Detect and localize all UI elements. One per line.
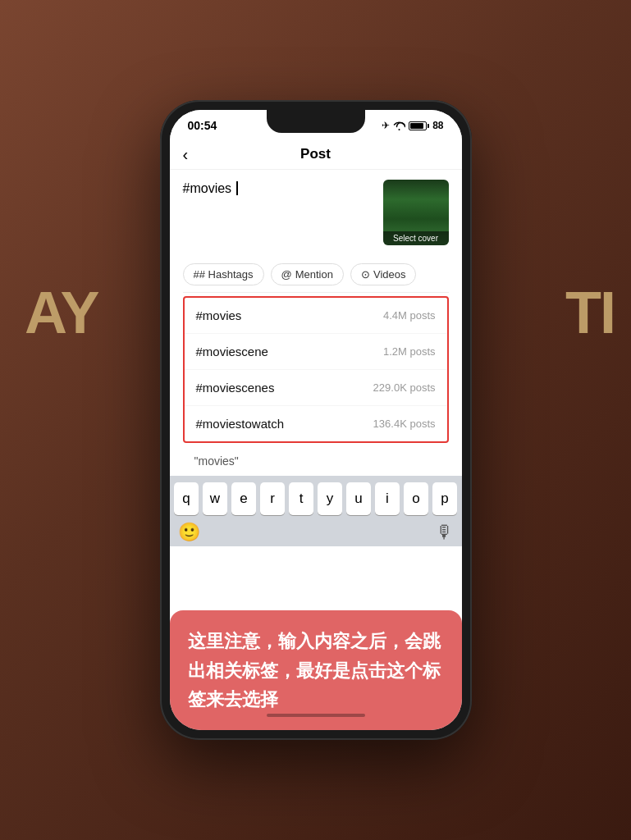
suggestion-item-1[interactable]: #movies 4.4M posts — [185, 298, 447, 334]
suggestions-list: #movies 4.4M posts #moviescene 1.2M post… — [183, 296, 449, 443]
search-fallback[interactable]: "movies" — [183, 446, 449, 476]
back-button[interactable]: ‹ — [183, 145, 189, 164]
hashtags-button[interactable]: # # Hashtags — [183, 263, 264, 285]
battery-level: 88 — [432, 120, 443, 131]
battery-icon — [409, 121, 429, 130]
key-y[interactable]: y — [318, 482, 342, 515]
suggestion-count-3: 229.0K posts — [373, 381, 436, 394]
keyboard-row-1: q w e r t y u i o p — [173, 482, 459, 515]
key-i[interactable]: i — [375, 482, 400, 515]
mention-label: Mention — [295, 268, 333, 281]
status-time: 00:54 — [188, 119, 217, 132]
key-r[interactable]: r — [260, 482, 285, 515]
suggestion-item-2[interactable]: #moviescene 1.2M posts — [185, 334, 447, 370]
annotation-text: 这里注意，输入内容之后，会跳出相关标签，最好是点击这个标签来去选择 — [188, 631, 441, 709]
select-cover-label[interactable]: Select cover — [383, 231, 449, 245]
mic-icon[interactable]: 🎙 — [436, 522, 454, 543]
videos-button[interactable]: ⊙ Videos — [350, 263, 417, 285]
hashtags-label: # Hashtags — [199, 268, 254, 281]
suggestion-item-3[interactable]: #moviescenes 229.0K posts — [185, 370, 447, 406]
status-icons: ✈ 88 — [382, 120, 443, 131]
airplane-icon: ✈ — [382, 120, 390, 131]
key-w[interactable]: w — [203, 482, 227, 515]
suggestion-item-4[interactable]: #moviestowatch 136.4K posts — [185, 406, 447, 441]
hashtag-icon: # — [194, 268, 199, 281]
key-u[interactable]: u — [346, 482, 371, 515]
keyboard-bottom-bar: 🙂 🎙 — [173, 522, 459, 543]
caption-text[interactable]: #movies — [183, 180, 373, 196]
suggestion-tag-2: #moviescene — [196, 345, 268, 358]
mention-button[interactable]: @ Mention — [271, 263, 344, 285]
videos-label: Videos — [373, 268, 406, 281]
suggestion-tag-1: #movies — [196, 308, 242, 322]
suggestion-count-2: 1.2M posts — [383, 345, 436, 358]
videos-icon: ⊙ — [361, 268, 370, 281]
wifi-icon — [393, 121, 405, 130]
text-cursor — [232, 181, 237, 195]
content-area: #movies Select cover # # Hashtags @ Ment… — [170, 170, 462, 476]
nav-bar: ‹ Post — [170, 139, 462, 170]
phone-screen: 00:54 ✈ 88 ‹ Post — [170, 110, 462, 730]
suggestion-tag-4: #moviestowatch — [196, 417, 285, 431]
caption-row: #movies Select cover — [183, 180, 449, 245]
phone-notch — [267, 110, 365, 133]
mention-icon: @ — [281, 268, 292, 281]
suggestion-count-1: 4.4M posts — [383, 309, 436, 322]
annotation-box: 这里注意，输入内容之后，会跳出相关标签，最好是点击这个标签来去选择 — [170, 610, 462, 730]
tags-row: # # Hashtags @ Mention ⊙ Videos — [183, 255, 449, 293]
suggestion-count-4: 136.4K posts — [373, 418, 436, 430]
key-p[interactable]: p — [432, 482, 457, 515]
suggestion-tag-3: #moviescenes — [196, 381, 275, 395]
key-t[interactable]: t — [289, 482, 313, 515]
key-q[interactable]: q — [174, 482, 199, 515]
key-e[interactable]: e — [231, 482, 256, 515]
keyboard: q w e r t y u i o p 🙂 🎙 — [170, 476, 462, 546]
caption-value: #movies — [183, 181, 232, 195]
shelf-label-left: AY — [25, 279, 98, 346]
emoji-icon[interactable]: 🙂 — [178, 522, 200, 543]
home-indicator — [267, 714, 365, 717]
key-o[interactable]: o — [404, 482, 428, 515]
phone-device: 00:54 ✈ 88 ‹ Post — [160, 100, 472, 740]
video-thumbnail[interactable]: Select cover — [383, 180, 449, 245]
page-title: Post — [300, 146, 331, 162]
shelf-label-right: TI — [565, 279, 615, 346]
